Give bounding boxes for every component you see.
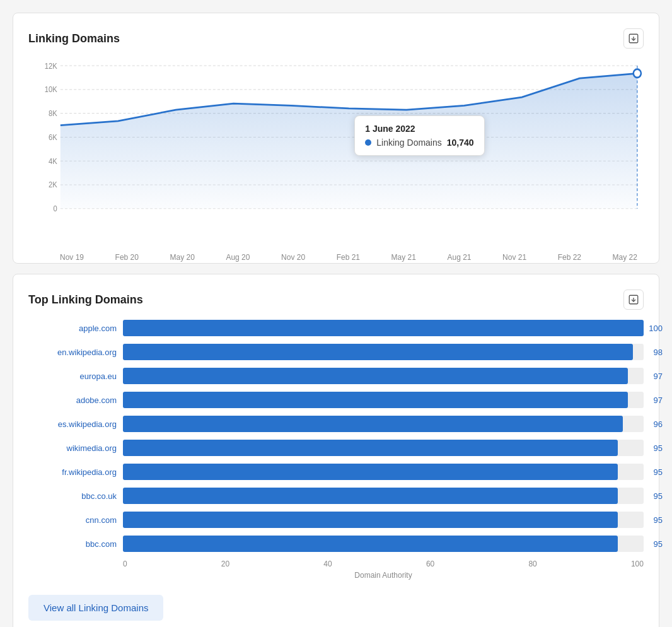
bar-axis-title: Domain Authority: [123, 571, 644, 580]
bar-track: 97: [123, 392, 644, 408]
top-linking-domains-title: Top Linking Domains: [28, 293, 143, 307]
x-label-nov19: Nov 19: [60, 253, 84, 262]
bar-value: 97: [654, 372, 663, 381]
bar-row: en.wikipedia.org98: [28, 344, 644, 360]
x-label-aug20: Aug 20: [226, 253, 250, 262]
x-label-aug21: Aug 21: [447, 253, 471, 262]
svg-point-18: [634, 69, 641, 78]
bar-row: europa.eu97: [28, 368, 644, 384]
top-card-header: Top Linking Domains: [28, 290, 644, 310]
bar-value: 97: [654, 396, 663, 405]
bar-fill: [123, 536, 618, 552]
bar-track: 95: [123, 440, 644, 456]
bar-row: apple.com100: [28, 320, 644, 336]
bar-row: wikimedia.org95: [28, 440, 644, 456]
bar-value: 95: [654, 539, 663, 549]
x-label-may22: May 22: [613, 253, 637, 262]
bar-domain-es-wikipedia-org[interactable]: es.wikipedia.org: [28, 419, 117, 429]
bar-domain-cnn-com[interactable]: cnn.com: [28, 515, 117, 525]
svg-text:0: 0: [54, 204, 58, 213]
bar-fill: [123, 440, 618, 456]
bar-domain-europa-eu[interactable]: europa.eu: [28, 372, 117, 381]
svg-marker-16: [61, 73, 637, 208]
linking-domains-card: Linking Domains 12K: [13, 13, 659, 264]
card-header: Linking Domains: [28, 28, 644, 49]
bar-domain-en-wikipedia-org[interactable]: en.wikipedia.org: [28, 348, 117, 357]
linking-domains-title: Linking Domains: [28, 32, 120, 45]
bar-track: 97: [123, 368, 644, 384]
top-linking-domains-card: Top Linking Domains apple.com100en.wikip…: [13, 274, 659, 627]
bar-track: 100: [123, 320, 644, 336]
bar-track: 95: [123, 536, 644, 552]
x-label-feb20: Feb 20: [115, 253, 139, 262]
bar-domain-bbc-co-uk[interactable]: bbc.co.uk: [28, 491, 117, 501]
bar-track: 95: [123, 488, 644, 504]
bar-track: 95: [123, 464, 644, 480]
svg-text:6K: 6K: [49, 132, 57, 141]
bar-fill: [123, 512, 618, 528]
x-label-feb22: Feb 22: [558, 253, 581, 262]
bar-domain-bbc-com[interactable]: bbc.com: [28, 539, 117, 549]
bar-value: 95: [654, 515, 663, 525]
bar-row: cnn.com95: [28, 512, 644, 528]
bar-row: fr.wikipedia.org95: [28, 464, 644, 480]
bar-value: 100: [649, 324, 663, 333]
line-chart-container: 12K 10K 8K 6K 4K 2K 0: [28, 59, 644, 248]
bar-track: 96: [123, 416, 644, 432]
bar-row: bbc.com95: [28, 536, 644, 552]
x-label-nov21: Nov 21: [502, 253, 526, 262]
bar-row: adobe.com97: [28, 392, 644, 408]
bar-track: 95: [123, 512, 644, 528]
bar-axis: 0 20 40 60 80 100 Domain Authority: [123, 560, 644, 580]
bar-fill: [123, 416, 623, 432]
bar-domain-apple-com[interactable]: apple.com: [28, 324, 117, 333]
x-label-feb21: Feb 21: [337, 253, 360, 262]
bar-value: 98: [654, 348, 663, 357]
line-chart-svg: 12K 10K 8K 6K 4K 2K 0: [28, 59, 644, 248]
export-icon[interactable]: [623, 28, 644, 49]
bar-fill: [123, 320, 644, 336]
bar-fill: [123, 344, 633, 360]
bar-fill: [123, 464, 618, 480]
svg-text:4K: 4K: [49, 156, 57, 165]
svg-text:2K: 2K: [49, 180, 57, 189]
bar-chart-section: apple.com100en.wikipedia.org98europa.eu9…: [28, 320, 644, 552]
view-all-button[interactable]: View all Linking Domains: [28, 595, 163, 621]
x-axis-labels: Nov 19 Feb 20 May 20 Aug 20 Nov 20 Feb 2…: [28, 253, 644, 262]
svg-text:12K: 12K: [45, 61, 57, 70]
top-export-icon[interactable]: [623, 290, 644, 310]
bar-value: 95: [654, 467, 663, 477]
bar-fill: [123, 368, 628, 384]
bar-track: 98: [123, 344, 644, 360]
svg-text:10K: 10K: [45, 85, 57, 94]
bar-fill: [123, 392, 628, 408]
page-wrapper: Linking Domains 12K: [13, 13, 659, 627]
bar-row: es.wikipedia.org96: [28, 416, 644, 432]
bar-value: 96: [654, 419, 663, 429]
bar-value: 95: [654, 491, 663, 501]
bar-axis-labels: 0 20 40 60 80 100: [123, 560, 644, 568]
bar-value: 95: [654, 443, 663, 453]
x-label-may20: May 20: [170, 253, 195, 262]
svg-text:8K: 8K: [49, 109, 57, 118]
x-label-nov20: Nov 20: [281, 253, 305, 262]
bar-fill: [123, 488, 618, 504]
x-label-may21: May 21: [391, 253, 416, 262]
bar-domain-fr-wikipedia-org[interactable]: fr.wikipedia.org: [28, 467, 117, 477]
bar-row: bbc.co.uk95: [28, 488, 644, 504]
bar-domain-adobe-com[interactable]: adobe.com: [28, 396, 117, 405]
bar-domain-wikimedia-org[interactable]: wikimedia.org: [28, 443, 117, 453]
